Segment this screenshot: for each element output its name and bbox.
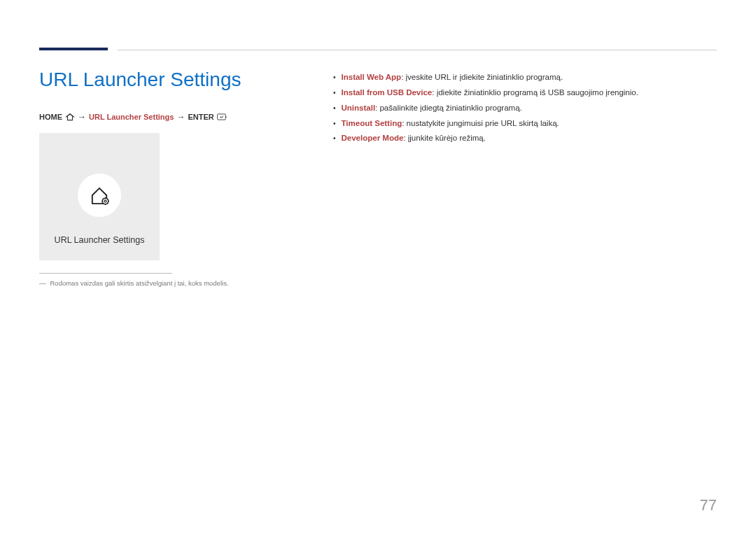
feature-desc: : nustatykite jungimuisi prie URL skirtą…: [402, 119, 559, 127]
svg-rect-0: [217, 114, 225, 120]
list-item: Install Web App: įveskite URL ir įdiekit…: [333, 70, 717, 85]
feature-term: Install from USB Device: [342, 88, 433, 97]
list-item: Timeout Setting: nustatykite jungimuisi …: [333, 116, 717, 132]
enter-icon: [217, 113, 227, 121]
footnote-dash: ―: [39, 279, 46, 287]
header-rule: [118, 50, 717, 50]
arrow-icon: →: [78, 112, 86, 122]
svg-line-9: [103, 203, 104, 204]
arrow-icon: →: [176, 112, 185, 122]
list-item: Install from USB Device: įdiekite žiniat…: [333, 85, 717, 101]
settings-tile: URL Launcher Settings: [39, 133, 160, 260]
breadcrumb-home: HOME: [39, 113, 62, 121]
feature-desc: : įveskite URL ir įdiekite žiniatinklio …: [401, 73, 563, 81]
footnote-rule: [39, 273, 172, 274]
breadcrumb: HOME → URL Launcher Settings → ENTER: [39, 112, 291, 122]
svg-line-8: [107, 203, 108, 204]
feature-desc: : pašalinkite įdiegtą žiniatinklio progr…: [375, 104, 522, 112]
svg-line-10: [107, 199, 108, 199]
tile-icon-circle: [78, 174, 121, 217]
feature-desc: : įjunkite kūrėjo režimą.: [403, 134, 486, 142]
left-column: URL Launcher Settings HOME → URL Launche…: [39, 48, 291, 287]
feature-desc: : įdiekite žiniatinklio programą iš USB …: [432, 88, 638, 97]
right-column: Install Web App: įveskite URL ir įdiekit…: [333, 48, 717, 287]
breadcrumb-current: URL Launcher Settings: [89, 113, 174, 121]
home-gear-icon: [88, 183, 111, 207]
footnote-text: Rodomas vaizdas gali skirtis atsižvelgia…: [50, 279, 229, 287]
page-number: 77: [700, 496, 717, 514]
chapter-bar: [39, 48, 108, 50]
feature-list: Install Web App: įveskite URL ir įdiekit…: [333, 70, 717, 146]
feature-term: Uninstall: [342, 104, 376, 112]
footnote: ― Rodomas vaizdas gali skirtis atsižvelg…: [39, 279, 291, 287]
feature-term: Timeout Setting: [342, 119, 402, 127]
tile-label: URL Launcher Settings: [55, 235, 145, 245]
breadcrumb-enter: ENTER: [188, 113, 214, 121]
svg-line-7: [103, 199, 104, 199]
list-item: Developer Mode: įjunkite kūrėjo režimą.: [333, 131, 717, 146]
feature-term: Developer Mode: [342, 134, 404, 142]
list-item: Uninstall: pašalinkite įdiegtą žiniatink…: [333, 101, 717, 116]
page-content: URL Launcher Settings HOME → URL Launche…: [0, 0, 756, 315]
page-title: URL Launcher Settings: [39, 69, 291, 91]
feature-term: Install Web App: [342, 73, 402, 81]
home-icon: [65, 113, 75, 121]
